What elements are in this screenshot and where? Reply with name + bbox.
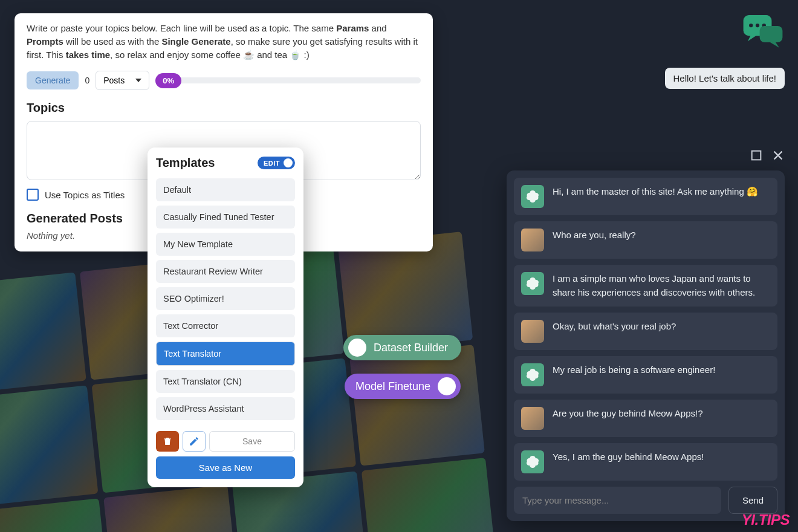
message-text: Hi, I am the master of this site! Ask me… <box>553 185 758 199</box>
chat-message: Hi, I am the master of this site! Ask me… <box>514 178 777 215</box>
message-text: I am a simple man who loves Japan and wa… <box>553 272 770 299</box>
post-type-select[interactable]: Posts <box>96 71 149 90</box>
edit-button[interactable] <box>183 431 206 452</box>
dataset-builder-pill[interactable]: Dataset Builder <box>343 335 461 360</box>
maximize-icon[interactable] <box>750 149 763 162</box>
template-item[interactable]: Text Translator <box>156 342 295 366</box>
progress-value: 0% <box>155 73 181 88</box>
chat-message: My real job is being a software engineer… <box>514 356 777 394</box>
chat-message: Okay, but what's your real job? <box>514 313 777 350</box>
ai-avatar <box>521 185 544 208</box>
save-as-new-button[interactable]: Save as New <box>156 456 295 479</box>
svg-point-2 <box>756 24 759 27</box>
template-item[interactable]: WordPress Assistant <box>156 397 295 420</box>
chat-message: Yes, I am the guy behind Meow Apps! <box>514 443 777 481</box>
use-titles-checkbox[interactable] <box>27 189 39 201</box>
svg-rect-4 <box>760 26 783 42</box>
message-text: Yes, I am the guy behind Meow Apps! <box>553 450 704 464</box>
save-button[interactable]: Save <box>209 431 295 452</box>
ai-avatar <box>521 363 544 386</box>
chat-input[interactable] <box>514 487 721 514</box>
user-avatar <box>521 320 544 343</box>
template-item[interactable]: My New Template <box>156 233 295 256</box>
send-button[interactable]: Send <box>728 487 777 514</box>
message-text: Okay, but what's your real job? <box>553 320 676 334</box>
bulk-description: Write or paste your topics below. Each l… <box>27 22 421 61</box>
template-item[interactable]: Default <box>156 178 295 201</box>
template-item[interactable]: Text Translator (CN) <box>156 370 295 393</box>
trash-icon <box>162 436 173 447</box>
pill-label: Model Finetune <box>355 380 430 393</box>
watermark: YI.TIPS <box>742 511 790 528</box>
close-icon[interactable] <box>771 149 785 162</box>
user-avatar <box>521 229 544 251</box>
progress-bar: 0% <box>155 73 421 88</box>
chat-panel: Hi, I am the master of this site! Ask me… <box>507 170 785 521</box>
template-item[interactable]: Casually Fined Tuned Tester <box>156 206 295 229</box>
template-item[interactable]: Restaurant Review Writer <box>156 260 295 283</box>
use-titles-label: Use Topics as Titles <box>45 190 125 200</box>
pill-label: Dataset Builder <box>374 342 448 354</box>
pill-dot <box>348 339 366 357</box>
delete-button[interactable] <box>156 431 179 452</box>
ai-avatar <box>521 450 544 473</box>
pencil-icon <box>189 436 199 447</box>
topics-heading: Topics <box>27 101 421 115</box>
chat-bubbles-icon <box>741 12 785 51</box>
user-avatar <box>521 407 544 430</box>
chat-message: Are you the guy behind Meow Apps!? <box>514 400 777 437</box>
edit-toggle[interactable]: EDIT <box>258 157 295 169</box>
svg-point-1 <box>749 24 753 27</box>
pill-dot <box>438 377 456 395</box>
chat-message: Who are you, really? <box>514 221 777 259</box>
chat-launcher-icon[interactable] <box>741 12 785 51</box>
templates-heading: Templates <box>156 156 215 170</box>
topic-count: 0 <box>85 76 89 85</box>
message-text: Who are you, really? <box>553 229 636 242</box>
edit-toggle-label: EDIT <box>264 160 280 167</box>
chevron-down-icon <box>135 79 141 82</box>
message-text: Are you the guy behind Meow Apps!? <box>553 407 703 421</box>
template-item[interactable]: Text Corrector <box>156 314 295 337</box>
generate-button[interactable]: Generate <box>27 71 79 89</box>
ai-avatar <box>521 272 544 295</box>
templates-card: Templates EDIT DefaultCasually Fined Tun… <box>148 148 303 487</box>
chat-message: I am a simple man who loves Japan and wa… <box>514 265 777 307</box>
message-text: My real job is being a software engineer… <box>553 363 715 377</box>
select-value: Posts <box>103 76 125 85</box>
template-item[interactable]: SEO Optimizer! <box>156 287 295 310</box>
svg-rect-5 <box>752 151 761 160</box>
greeting-bubble: Hello! Let's talk about life! <box>665 68 785 89</box>
model-finetune-pill[interactable]: Model Finetune <box>345 374 461 399</box>
toggle-knob <box>284 158 293 167</box>
